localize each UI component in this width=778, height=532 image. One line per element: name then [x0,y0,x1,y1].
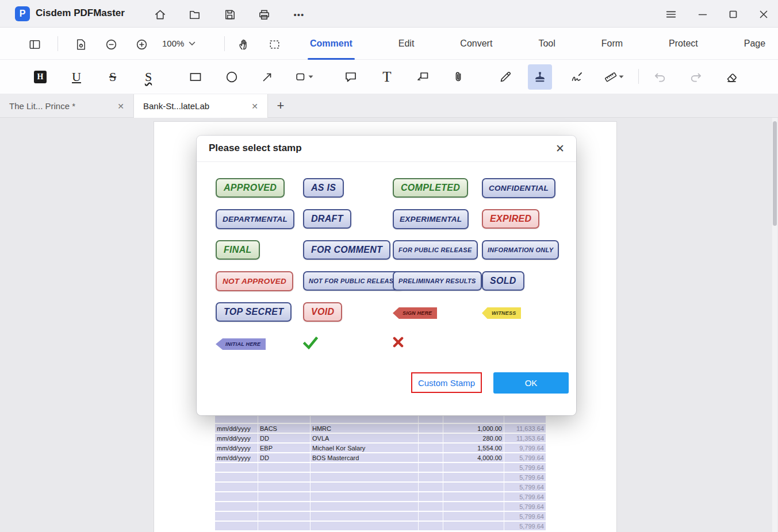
stamp-draft[interactable]: DRAFT [303,209,351,229]
minimize-icon[interactable] [696,7,710,21]
select-marquee-icon[interactable] [266,36,283,53]
toolbar-separator [638,69,639,84]
vertical-scrollbar[interactable] [772,118,777,532]
stamp-void[interactable]: VOID [303,302,342,322]
menu-tab-protect[interactable]: Protect [669,28,698,60]
redo-button[interactable] [684,64,708,90]
table-row: 5,799.64 [215,502,546,511]
menu-tab-page[interactable]: Page [744,28,765,60]
stamp-for-comment[interactable]: FOR COMMENT [303,240,390,260]
stamp-expired[interactable]: EXPIRED [482,209,539,229]
stamp-tool-button[interactable] [528,64,552,90]
table-cell: mm/dd/yyyy [215,453,258,462]
table-cell [419,473,443,481]
stamp-sign-here[interactable]: SIGN HERE [393,307,437,319]
hamburger-menu-icon[interactable] [664,7,678,21]
table-cell: 5,799.64 [504,522,546,530]
sticky-note-tool-button[interactable] [339,64,363,90]
zoom-in-icon[interactable] [133,36,150,53]
stamp-top-secret[interactable]: TOP SECRET [216,302,292,322]
stamp-for-public-release[interactable]: FOR PUBLIC RELEASE [393,240,478,260]
new-tab-button[interactable]: + [268,94,293,117]
stamp-approved[interactable]: APPROVED [216,178,285,198]
print-icon[interactable] [257,7,271,21]
stamp-information-only[interactable]: INFORMATION ONLY [482,240,559,260]
table-cell: BOS Mastercard [311,453,418,462]
more-menu-icon[interactable]: ••• [292,7,306,21]
stamp-not-for-public-release[interactable]: NOT FOR PUBLIC RELEASE [303,271,404,291]
doc-tab-little-prince[interactable]: The Lit... Prince * ✕ [0,94,134,118]
stamp-departmental[interactable]: DEPARTMENTAL [216,209,294,229]
stamp-witness[interactable]: WITNESS [482,307,521,319]
document-tabbar: The Lit... Prince * ✕ Bank-St...lateLab … [0,94,778,118]
dialog-header: Please select stamp ✕ [197,136,576,162]
home-icon[interactable] [153,7,167,21]
page-settings-icon[interactable] [72,36,89,53]
eraser-button[interactable] [719,64,743,90]
titlebar: P Cisdem PDFMaster ••• [0,0,778,28]
zoom-level-dropdown[interactable]: 100% [162,38,196,48]
table-cell: mm/dd/yyyy [215,434,258,442]
table-cell [419,434,443,442]
open-folder-icon[interactable] [187,7,201,21]
pencil-tool-button[interactable] [493,64,518,90]
table-cell: 1,554.00 [443,444,504,452]
table-cell [419,522,443,530]
doc-tab-bank-statement[interactable]: Bank-St...lateLab ✕ [134,94,268,118]
stamp-as-is[interactable]: AS IS [303,178,344,198]
squiggly-underline-tool-button[interactable]: S [136,64,160,90]
close-tab-icon[interactable]: ✕ [251,102,258,111]
menu-tab-form[interactable]: Form [601,28,623,60]
stamp-confidential[interactable]: CONFIDENTIAL [482,178,555,198]
stamp-sold[interactable]: SOLD [482,271,524,291]
underline-tool-button[interactable]: U [64,64,89,90]
stamp-completed[interactable]: COMPLETED [393,178,468,198]
stamp-experimental[interactable]: EXPERIMENTAL [393,209,469,229]
close-window-icon[interactable] [757,7,771,21]
save-icon[interactable] [223,7,236,21]
custom-stamp-button[interactable]: Custom Stamp [411,372,482,393]
menu-tab-tool[interactable]: Tool [538,28,555,60]
hand-tool-icon[interactable] [235,36,252,53]
arrow-tool-button[interactable] [255,64,279,90]
ok-button[interactable]: OK [493,372,569,394]
table-cell [215,473,258,481]
table-cell [443,483,504,491]
shapes-tool-button[interactable] [292,64,316,90]
scrollbar-thumb[interactable] [773,121,777,226]
stamp-checkmark-icon[interactable] [303,337,318,349]
table-cell [419,414,443,423]
stamp-cross-icon[interactable] [393,337,404,348]
stamp-initial-here[interactable]: INITIAL HERE [216,338,266,350]
zoom-out-icon[interactable] [102,36,120,53]
dialog-close-icon[interactable]: ✕ [555,142,565,155]
attachment-tool-button[interactable] [446,64,470,90]
menu-tab-convert[interactable]: Convert [460,28,492,60]
measure-tool-button[interactable] [601,64,626,90]
table-cell [419,424,443,433]
stamp-cell: EXPIRED [482,209,568,240]
maximize-icon[interactable] [726,7,740,21]
table-cell [311,414,418,423]
menu-tab-comment[interactable]: Comment [310,28,352,60]
stamp-final[interactable]: FINAL [216,240,260,260]
stamp-preliminary-results[interactable]: PRELIMINARY RESULTS [393,271,482,291]
highlight-icon: H [34,71,47,83]
table-cell [258,512,310,521]
text-tool-button[interactable]: T [375,64,399,90]
menu-tab-edit[interactable]: Edit [398,28,415,60]
highlight-tool-button[interactable]: H [28,64,52,90]
close-tab-icon[interactable]: ✕ [117,102,124,111]
rectangle-tool-button[interactable] [183,64,208,90]
callout-tool-button[interactable] [411,64,435,90]
ribbon-menu: Comment Edit Convert Tool Form Protect P… [310,28,765,60]
text-icon: T [382,69,391,85]
signature-tool-button[interactable] [565,64,589,90]
strikethrough-tool-button[interactable]: S [101,64,125,90]
sidebar-toggle-icon[interactable] [26,36,43,53]
ellipse-tool-button[interactable] [220,64,244,90]
stamp-not-approved[interactable]: NOT APPROVED [216,271,293,291]
main-toolbar: 100% Comment Edit Convert Tool Form Prot… [0,28,778,60]
table-row: 5,799.64 [215,522,546,530]
undo-button[interactable] [648,64,672,90]
